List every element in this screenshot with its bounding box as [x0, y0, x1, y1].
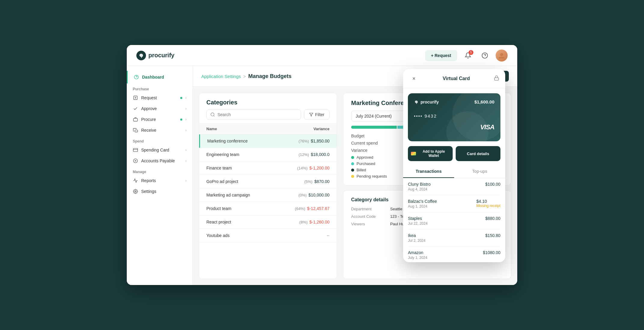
pb-approved	[351, 126, 397, 129]
breadcrumb-link[interactable]: Application Settings	[201, 74, 241, 79]
sidebar-item-request[interactable]: Request ›	[127, 92, 193, 103]
add-to-wallet-button[interactable]: Add to Apple Wallet	[408, 146, 453, 161]
accounts-payable-chevron: ›	[185, 159, 187, 163]
sidebar-receive-label: Receive	[141, 128, 182, 133]
categories-header: Categories	[199, 93, 337, 124]
sidebar-item-dashboard[interactable]: Dashboard	[127, 71, 193, 83]
sidebar: Dashboard Purchase Request › Approv	[127, 66, 193, 285]
transaction-row[interactable]: AmazonJuly 1, 2024$1080.00	[408, 247, 500, 262]
budget-label: Budget	[351, 134, 364, 138]
txn-date: Aug 1, 2024	[408, 204, 437, 208]
vc-action-row: Add to Apple Wallet Card details	[403, 146, 505, 165]
month-label: July 2024 (Current)	[356, 114, 392, 118]
card-logo-icon	[414, 100, 419, 104]
breadcrumb: Application Settings > Manage Budgets	[201, 73, 292, 80]
category-variance: (8%) $-1,260.00	[299, 220, 330, 224]
billed-label: Billed	[357, 168, 366, 172]
txn-amount-col: $100.00	[485, 182, 500, 187]
filter-button[interactable]: Filter	[304, 110, 330, 120]
sidebar-reports-label: Reports	[141, 178, 182, 183]
table-header: Name Variance	[199, 124, 337, 134]
category-name: Engineering team	[206, 152, 299, 157]
sidebar-settings-label: Settings	[141, 189, 187, 194]
tab-top-ups[interactable]: Top-ups	[454, 165, 505, 178]
category-row[interactable]: Product team(64%) $-12,457.67	[199, 202, 337, 215]
account-code-label: Account Code	[351, 214, 384, 219]
notifications-button[interactable]: 5	[462, 50, 474, 62]
txn-amount-col: $1080.00	[483, 250, 500, 255]
card-details-button[interactable]: Card details	[456, 146, 500, 161]
category-name: Youtube ads	[206, 233, 327, 238]
lock-icon	[494, 75, 499, 82]
filter-icon	[309, 112, 313, 117]
sidebar-item-receive[interactable]: Receive ›	[127, 125, 193, 136]
transaction-row[interactable]: StaplesJul 22, 2024$880.00	[408, 212, 500, 230]
request-button[interactable]: + Request	[425, 50, 457, 61]
category-row[interactable]: Marketing conference(76%) $1,850.00	[199, 134, 337, 148]
category-row[interactable]: Finance team(14%) $-1,200.00	[199, 161, 337, 175]
svg-rect-9	[133, 118, 137, 121]
receive-chevron: ›	[185, 128, 187, 132]
help-button[interactable]	[479, 50, 491, 62]
transaction-row[interactable]: Cluny BistroAug 4, 2024$100.00	[408, 178, 500, 195]
col-variance: Variance	[314, 127, 330, 131]
category-row[interactable]: React project(8%) $-1,260.00	[199, 215, 337, 229]
category-row[interactable]: GoPro ad project(5%) $870.00	[199, 175, 337, 188]
txn-amount: $4.10	[476, 199, 500, 204]
transaction-row[interactable]: IkeaJul 2, 2024$150.80	[408, 230, 500, 247]
vc-close-button[interactable]: ×	[409, 74, 419, 83]
card-logo: procurify	[414, 100, 439, 104]
sidebar-item-approve[interactable]: Approve ›	[127, 103, 193, 114]
svg-rect-20	[494, 78, 499, 80]
svg-point-17	[135, 191, 136, 192]
txn-date: Aug 4, 2024	[408, 187, 430, 191]
sidebar-item-reports[interactable]: Reports ›	[127, 175, 193, 186]
top-nav: procurify + Request 5	[127, 45, 517, 66]
approved-label: Approved	[357, 155, 373, 160]
dashboard-icon	[134, 74, 139, 80]
category-name: GoPro ad project	[206, 179, 304, 184]
category-row[interactable]: Youtube ads--	[199, 229, 337, 242]
sidebar-section-purchase: Purchase	[127, 83, 193, 92]
settings-icon	[133, 189, 138, 194]
sidebar-item-accounts-payable[interactable]: Accounts Payable ›	[127, 155, 193, 166]
category-variance: (5%) $870.00	[304, 179, 330, 184]
txn-info: Balzac's CoffeeAug 1, 2024	[408, 199, 437, 208]
approved-dot	[351, 156, 354, 159]
search-input[interactable]	[217, 112, 297, 117]
categories-title: Categories	[206, 99, 330, 106]
approve-icon	[133, 106, 138, 111]
sidebar-item-procure[interactable]: Procure ›	[127, 114, 193, 125]
category-row[interactable]: Marketing ad campaign(0%) $10,000.00	[199, 188, 337, 202]
svg-rect-12	[133, 148, 138, 152]
sidebar-approve-label: Approve	[141, 106, 182, 111]
receive-icon	[133, 128, 138, 133]
sidebar-item-settings[interactable]: Settings	[127, 186, 193, 197]
category-name: React project	[206, 220, 299, 224]
spending-card-chevron: ›	[185, 148, 187, 152]
transaction-row[interactable]: Balzac's CoffeeAug 1, 2024$4.10Missing r…	[408, 195, 500, 212]
sidebar-section-manage: Manage	[127, 166, 193, 175]
category-row[interactable]: Engineering team(12%) $18,000.0	[199, 148, 337, 161]
category-variance: (64%) $-12,457.67	[295, 206, 330, 211]
current-spend-label: Current spend	[351, 141, 378, 146]
tab-transactions[interactable]: Transactions	[403, 165, 454, 178]
search-box	[206, 110, 301, 120]
txn-amount: $100.00	[485, 182, 500, 187]
variance-label: Variance	[351, 148, 367, 153]
category-variance: (12%) $18,000.0	[299, 152, 330, 157]
category-variance: (14%) $-1,200.00	[297, 166, 330, 170]
svg-marker-19	[309, 113, 313, 116]
sidebar-procure-label: Procure	[141, 117, 177, 122]
sidebar-dashboard-label: Dashboard	[142, 75, 187, 80]
txn-merchant: Staples	[408, 216, 427, 221]
txn-warning: Missing receipt	[476, 204, 500, 208]
user-avatar[interactable]	[496, 50, 508, 62]
vc-transactions: Cluny BistroAug 4, 2024$100.00Balzac's C…	[403, 178, 505, 262]
vc-tabs: Transactions Top-ups	[403, 165, 505, 178]
nav-actions: + Request 5	[425, 50, 508, 62]
svg-rect-10	[135, 130, 138, 132]
sidebar-item-spending-card[interactable]: Spending Card ›	[127, 145, 193, 155]
viewers-label: Viewers	[351, 222, 384, 226]
card-logo-text: procurify	[421, 100, 439, 104]
